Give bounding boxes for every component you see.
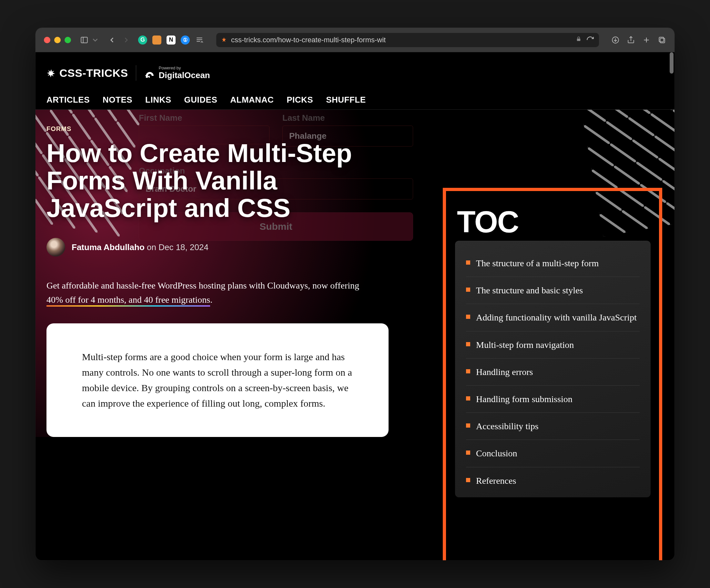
- toc-item[interactable]: The structure of a multi-step form: [466, 250, 640, 277]
- promo-highlight-link[interactable]: 40% off for 4 months, and 40 free migrat…: [46, 295, 210, 307]
- toc-item[interactable]: References: [466, 467, 640, 494]
- svg-rect-5: [577, 39, 581, 41]
- reader-extension-icon[interactable]: [195, 36, 204, 45]
- table-of-contents: TOC The structure of a multi-step form T…: [455, 205, 650, 497]
- new-tab-icon[interactable]: [642, 36, 650, 44]
- site-favicon: [221, 37, 227, 43]
- refresh-icon[interactable]: [586, 36, 594, 44]
- page-content: CSS-TRICKS Powered by DigitalOcean ARTIC…: [36, 52, 674, 560]
- bg-first-name-label: First Name: [139, 113, 269, 123]
- browser-window: G N ① css-tricks.com/how-to-create-multi…: [36, 28, 674, 560]
- bullet-icon: [466, 315, 470, 319]
- minimize-window-button[interactable]: [54, 37, 61, 43]
- promo-lead: Get affordable and hassle-free WordPress…: [46, 280, 359, 290]
- article-body: Multi-step forms are a good choice when …: [46, 323, 388, 437]
- toc-heading: TOC: [455, 205, 650, 239]
- nav-links[interactable]: LINKS: [145, 95, 171, 105]
- bullet-icon: [466, 287, 470, 292]
- promo-banner: Get affordable and hassle-free WordPress…: [46, 279, 376, 307]
- bullet-icon: [466, 478, 470, 482]
- toc-item[interactable]: Handling form submission: [466, 386, 640, 413]
- svg-rect-14: [145, 75, 146, 76]
- grammarly-extension-icon[interactable]: G: [138, 36, 147, 45]
- bullet-icon: [466, 342, 470, 346]
- toc-item[interactable]: Multi-step form navigation: [466, 331, 640, 358]
- svg-rect-13: [146, 76, 148, 78]
- url-text: css-tricks.com/how-to-create-multi-step-…: [231, 36, 386, 44]
- asterisk-icon: [46, 68, 56, 78]
- bg-last-name-label: Last Name: [282, 113, 413, 123]
- main-nav: ARTICLES NOTES LINKS GUIDES ALMANAC PICK…: [36, 87, 674, 110]
- svg-rect-0: [81, 37, 88, 43]
- 1password-extension-icon[interactable]: ①: [181, 36, 190, 45]
- article-title: How to Create Multi-Step Forms With Vani…: [46, 140, 388, 222]
- extension-icon[interactable]: [152, 36, 161, 45]
- lock-icon: [576, 36, 582, 44]
- toc-item[interactable]: Adding functionality with vanilla JavaSc…: [466, 304, 640, 331]
- nav-almanac[interactable]: ALMANAC: [230, 95, 274, 105]
- powered-by-name: DigitalOcean: [159, 70, 210, 80]
- toc-card: The structure of a multi-step form The s…: [455, 241, 650, 497]
- back-button[interactable]: [108, 36, 116, 44]
- toc-item[interactable]: Accessibility tips: [466, 413, 640, 440]
- byline: Fatuma Abdullaho on Dec 18, 2024: [72, 242, 209, 252]
- bullet-icon: [466, 396, 470, 400]
- address-bar[interactable]: css-tricks.com/how-to-create-multi-step-…: [216, 33, 599, 47]
- publish-date: Dec 18, 2024: [159, 242, 209, 252]
- site-logo[interactable]: CSS-TRICKS: [46, 67, 128, 79]
- author-name[interactable]: Fatuma Abdullaho: [72, 242, 145, 252]
- toc-item[interactable]: Handling errors: [466, 358, 640, 386]
- toc-item[interactable]: Conclusion: [466, 440, 640, 467]
- sidebar-toggle-icon[interactable]: [80, 36, 89, 44]
- extensions: G N ①: [138, 36, 204, 45]
- dropdown-chevron-icon[interactable]: [91, 36, 99, 44]
- svg-rect-11: [660, 38, 665, 43]
- bullet-icon: [466, 450, 470, 455]
- category-eyebrow[interactable]: FORMS: [46, 125, 388, 133]
- bullet-icon: [466, 369, 470, 373]
- svg-rect-12: [659, 37, 664, 42]
- article-paragraph: Multi-step forms are a good choice when …: [82, 349, 353, 411]
- divider: [136, 65, 136, 81]
- powered-by-label: Powered by: [159, 66, 210, 70]
- share-icon[interactable]: [627, 36, 635, 44]
- nav-articles[interactable]: ARTICLES: [46, 95, 90, 105]
- digitalocean-logo[interactable]: Powered by DigitalOcean: [144, 66, 210, 80]
- maximize-window-button[interactable]: [65, 37, 71, 43]
- site-name: CSS-TRICKS: [60, 67, 128, 79]
- bullet-icon: [466, 423, 470, 428]
- notion-extension-icon[interactable]: N: [167, 36, 175, 45]
- author-avatar[interactable]: [46, 238, 65, 257]
- site-header: CSS-TRICKS Powered by DigitalOcean: [36, 52, 674, 87]
- toc-item[interactable]: The structure and basic styles: [466, 277, 640, 304]
- tab-overview-icon[interactable]: [658, 36, 666, 44]
- bullet-icon: [466, 260, 470, 265]
- nav-shuffle[interactable]: SHUFFLE: [326, 95, 366, 105]
- window-controls: [44, 37, 71, 43]
- digitalocean-icon: [144, 67, 156, 79]
- close-window-button[interactable]: [44, 37, 50, 43]
- forward-button[interactable]: [122, 36, 131, 44]
- scrollbar-thumb[interactable]: [670, 52, 673, 74]
- titlebar: G N ① css-tricks.com/how-to-create-multi…: [36, 28, 674, 52]
- nav-notes[interactable]: NOTES: [103, 95, 132, 105]
- nav-guides[interactable]: GUIDES: [184, 95, 217, 105]
- downloads-icon[interactable]: [611, 36, 620, 44]
- nav-picks[interactable]: PICKS: [287, 95, 313, 105]
